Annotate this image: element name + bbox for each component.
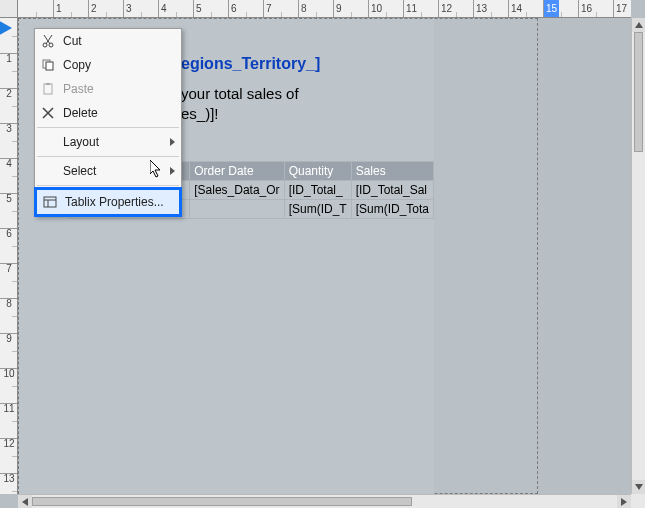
scrollbar-thumb[interactable] — [634, 32, 643, 152]
menu-item-label: Paste — [63, 82, 94, 96]
ruler-corner — [0, 0, 18, 18]
tablix-header-cell[interactable]: Sales — [351, 162, 433, 181]
chevron-left-icon — [22, 498, 28, 506]
menu-item-copy[interactable]: Copy — [35, 53, 181, 77]
properties-icon — [41, 193, 59, 211]
menu-item-tablix-properties[interactable]: Tablix Properties... — [37, 190, 179, 214]
vertical-scrollbar[interactable] — [631, 18, 645, 494]
menu-separator — [37, 156, 179, 157]
vertical-ruler[interactable]: 1234567891011121314 — [0, 18, 18, 494]
chevron-right-icon — [170, 167, 175, 175]
cut-icon — [39, 32, 57, 50]
menu-item-label: Copy — [63, 58, 91, 72]
scroll-left-button[interactable] — [18, 495, 32, 508]
scroll-up-button[interactable] — [632, 18, 645, 32]
svg-rect-3 — [46, 62, 53, 70]
tablix-cell[interactable]: [ID_Total_ — [284, 181, 351, 200]
menu-separator — [37, 127, 179, 128]
menu-item-label: Select — [63, 164, 96, 178]
menu-item-paste: Paste — [35, 77, 181, 101]
context-menu: Cut Copy Paste Delete Layout Select Tabl — [34, 28, 182, 217]
report-text-line-2[interactable]: es_)]! — [181, 105, 219, 122]
menu-item-label: Layout — [63, 135, 99, 149]
svg-rect-4 — [44, 84, 52, 94]
svg-rect-5 — [46, 83, 50, 85]
row-selector-arrow-icon — [0, 20, 12, 36]
tablix-cell[interactable]: [Sales_Data_Or — [190, 181, 284, 200]
copy-icon — [39, 56, 57, 74]
report-title-field[interactable]: egions_Territory_] — [181, 55, 320, 73]
scroll-down-button[interactable] — [632, 480, 645, 494]
svg-point-1 — [49, 43, 53, 47]
menu-separator — [37, 185, 179, 186]
tablix-cell[interactable]: [Sum(ID_Tota — [351, 200, 433, 219]
menu-item-select[interactable]: Select — [35, 159, 181, 183]
menu-item-highlight: Tablix Properties... — [34, 187, 182, 217]
tablix-cell[interactable] — [190, 200, 284, 219]
chevron-down-icon — [635, 484, 643, 490]
tablix-header-cell[interactable]: Quantity — [284, 162, 351, 181]
tablix-cell[interactable]: [Sum(ID_T — [284, 200, 351, 219]
menu-item-label: Cut — [63, 34, 82, 48]
report-text-line-1[interactable]: your total sales of — [181, 85, 299, 102]
menu-item-label: Tablix Properties... — [65, 195, 164, 209]
svg-rect-6 — [44, 197, 56, 207]
horizontal-scrollbar[interactable] — [18, 494, 631, 508]
menu-item-label: Delete — [63, 106, 98, 120]
chevron-up-icon — [635, 22, 643, 28]
scroll-right-button[interactable] — [617, 495, 631, 508]
svg-point-0 — [43, 43, 47, 47]
menu-item-layout[interactable]: Layout — [35, 130, 181, 154]
scrollbar-thumb[interactable] — [32, 497, 412, 506]
tablix-cell[interactable]: [ID_Total_Sal — [351, 181, 433, 200]
menu-item-delete[interactable]: Delete — [35, 101, 181, 125]
horizontal-ruler[interactable]: 1234567891011121314151617 — [18, 0, 631, 18]
chevron-right-icon — [170, 138, 175, 146]
delete-icon — [39, 104, 57, 122]
menu-item-cut[interactable]: Cut — [35, 29, 181, 53]
tablix-header-cell[interactable]: Order Date — [190, 162, 284, 181]
paste-icon — [39, 80, 57, 98]
scrollbar-corner — [631, 494, 645, 508]
chevron-right-icon — [621, 498, 627, 506]
